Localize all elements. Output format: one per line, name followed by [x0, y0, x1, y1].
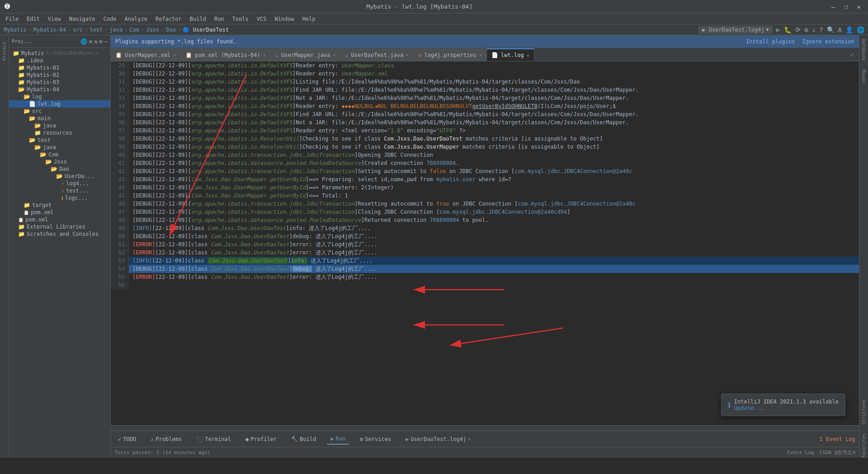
tab-usermapper-java[interactable]: ☕ UserMapper.java ✕: [271, 48, 341, 61]
menu-navigate[interactable]: Navigate: [66, 15, 99, 23]
menu-refactor[interactable]: Refactor: [152, 15, 185, 23]
tree-item-mybatis04[interactable]: 📂 Mybatis-04: [9, 86, 110, 93]
toolbar-icon[interactable]: 👤: [845, 26, 853, 33]
tree-item-mybatis03[interactable]: 📁 Mybatis-03: [9, 79, 110, 86]
run-subtab-label[interactable]: UserDaoTest.log4j: [410, 436, 466, 442]
structure-panel-button[interactable]: Structure: [861, 400, 866, 424]
tab-close-button[interactable]: ✕: [479, 52, 482, 57]
problems-tab[interactable]: ⚠ Problems: [147, 434, 185, 444]
menu-vcs[interactable]: VCS: [253, 15, 270, 23]
tree-item-external-libs[interactable]: 📁 External Libraries: [9, 223, 110, 230]
tree-item-idea[interactable]: 📁 .idea: [9, 57, 110, 64]
tree-item-logc-file[interactable]: ℹ logc...: [9, 194, 110, 202]
tree-item-dao[interactable]: 📂 Dao: [9, 165, 110, 173]
tree-item-mybatis02[interactable]: 📁 Mybatis-02: [9, 71, 110, 79]
sidebar-icon[interactable]: ⚙: [99, 38, 103, 45]
install-plugins-button[interactable]: Install plugins: [746, 38, 795, 45]
menu-run[interactable]: Run: [211, 15, 228, 23]
status-event-log[interactable]: Event Log: [787, 450, 814, 455]
close-button[interactable]: ✕: [854, 2, 863, 11]
build-tab[interactable]: 🔨 Build: [288, 434, 320, 444]
tree-item-log-folder[interactable]: 📂 log: [9, 93, 110, 100]
tree-item-lwt-log[interactable]: 📄 lwt.log: [9, 100, 110, 108]
run-subtab-close[interactable]: ✕: [468, 436, 471, 441]
notification-update-link[interactable]: Update...: [734, 405, 839, 411]
menu-tools[interactable]: Tools: [229, 15, 252, 23]
breadcrumb-item[interactable]: Jsxs: [146, 27, 159, 33]
tab-usermapper-xml[interactable]: 📋 UserMapper.xml ✕: [111, 48, 181, 61]
tab-close-button[interactable]: ✕: [406, 52, 409, 57]
run-config-dropdown[interactable]: ▶ UserDaoTest.log4j ▼: [698, 26, 772, 34]
sidebar-icon[interactable]: ≡: [89, 38, 92, 45]
breadcrumb-item[interactable]: src: [73, 27, 83, 33]
tree-item-main-java[interactable]: 📂 java: [9, 122, 110, 129]
maximize-button[interactable]: ❐: [841, 2, 850, 11]
tab-lwt-log[interactable]: 📄 lwt.log ✕: [487, 48, 534, 61]
tree-item-log4j-file[interactable]: ⚡ log4...: [9, 180, 110, 187]
tab-close-button[interactable]: ✕: [333, 52, 335, 57]
tree-item-test-file[interactable]: ⚡ test...: [9, 187, 110, 194]
toolbar-icon[interactable]: ⟳: [795, 26, 801, 33]
tree-item-mybatis01[interactable]: 📁 Mybatis-01: [9, 64, 110, 71]
horizontal-scrollbar[interactable]: [111, 425, 859, 431]
editor-content[interactable]: 29 [DEBUG][22-12-09][org.apache.ibatis.i…: [111, 61, 859, 425]
tree-item-scratches[interactable]: 📁 Scratches and Consoles: [9, 230, 110, 238]
sidebar-icon[interactable]: 🌐: [80, 38, 87, 45]
toolbar-icon[interactable]: ↓: [812, 26, 816, 33]
menu-code[interactable]: Code: [100, 15, 120, 23]
terminal-tab[interactable]: ⬛ Terminal: [193, 434, 235, 444]
toolbar-icon[interactable]: ⚙: [804, 26, 808, 33]
breadcrumb-item[interactable]: java: [109, 27, 123, 33]
minimize-button[interactable]: —: [829, 2, 838, 11]
tab-close-button[interactable]: ✕: [263, 52, 266, 57]
tree-item-pom-root[interactable]: 📋 pom.xml: [9, 216, 110, 223]
help-button[interactable]: ?: [819, 26, 823, 33]
tab-close-button[interactable]: ✕: [527, 53, 529, 58]
toolbar-icon[interactable]: 🔍: [827, 26, 835, 33]
menu-edit[interactable]: Edit: [23, 15, 43, 23]
sidebar-icon[interactable]: ⇅: [94, 38, 97, 45]
tab-userdaotest-java[interactable]: ☕ UserDaoTest.java ✕: [340, 48, 414, 61]
favorites-panel-button[interactable]: Favorites: [861, 433, 866, 458]
ignore-extension-button[interactable]: Ignore extension: [802, 38, 854, 45]
tree-item-src[interactable]: 📂 src: [9, 108, 110, 115]
event-log-badge[interactable]: 1 Event Log: [820, 436, 855, 442]
menu-window[interactable]: Window: [271, 15, 297, 23]
menu-build[interactable]: Build: [186, 15, 210, 23]
breadcrumb-item[interactable]: Dao: [166, 27, 176, 33]
tree-item-main[interactable]: 📂 main: [9, 115, 110, 122]
tree-item-resources[interactable]: 📁 resources: [9, 129, 110, 136]
tab-log4j-props[interactable]: ⚙ log4j.properties ✕: [414, 48, 487, 61]
breadcrumb-item[interactable]: Mybatis-04: [33, 27, 66, 33]
menu-view[interactable]: View: [44, 15, 65, 23]
breadcrumb-item[interactable]: Com: [130, 27, 140, 33]
run-button[interactable]: ▶: [776, 25, 781, 34]
run-tab[interactable]: ▶ Run: [327, 434, 349, 445]
menu-help[interactable]: Help: [299, 15, 319, 23]
tree-item-jsxs[interactable]: 📂 Jsxs: [9, 158, 110, 165]
tree-item-mybatis-root[interactable]: 📁 Mybatis E:\Ideal课程\Mybatis: [9, 50, 110, 57]
project-panel-button[interactable]: Project: [1, 39, 8, 63]
sidebar-icon[interactable]: —: [104, 38, 108, 45]
tree-item-test-java[interactable]: 📂 java: [9, 144, 110, 151]
tree-item-pom-04[interactable]: 📋 pom.xml: [9, 209, 110, 216]
tab-close-button[interactable]: ✕: [173, 52, 176, 57]
title-bar-right[interactable]: — ❐ ✕: [829, 2, 863, 11]
tree-item-target[interactable]: 📁 target: [9, 202, 110, 209]
todo-tab[interactable]: ✓ TODO: [114, 434, 140, 444]
tab-pom-xml[interactable]: 📋 pom.xml (Mybatis-04) ✕: [181, 48, 271, 61]
tree-item-test[interactable]: 📂 test: [9, 136, 110, 144]
toolbar-icon[interactable]: A: [838, 26, 842, 33]
tree-item-com[interactable]: 📂 Com: [9, 151, 110, 158]
tree-item-userdao[interactable]: 📂 UserDa...: [9, 173, 110, 180]
debug-button[interactable]: 🐛: [784, 26, 792, 33]
menu-analyze[interactable]: Analyze: [121, 15, 151, 23]
menu-file[interactable]: File: [2, 15, 22, 23]
maven-panel-button[interactable]: Maven: [861, 70, 866, 83]
database-panel-button[interactable]: Database: [861, 39, 866, 61]
profiler-tab[interactable]: ◉ Profiler: [242, 434, 280, 444]
breadcrumb-item[interactable]: Mybatis: [4, 27, 27, 33]
toolbar-icon[interactable]: 🌐: [857, 26, 864, 33]
breadcrumb-item[interactable]: test: [90, 27, 103, 33]
services-tab[interactable]: ⚙ Services: [356, 434, 395, 444]
